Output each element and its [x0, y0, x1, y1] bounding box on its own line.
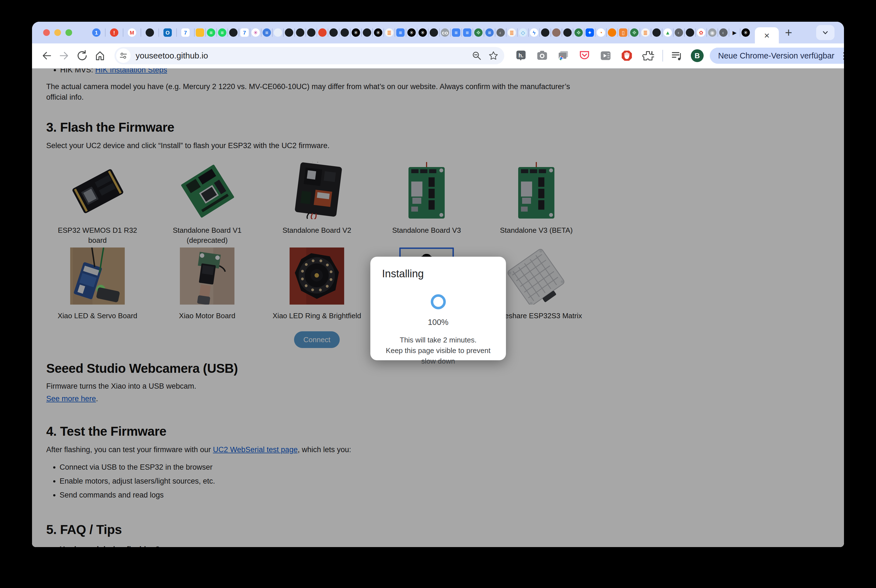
- video-speed-extension-button[interactable]: [599, 49, 612, 62]
- back-button[interactable]: [39, 48, 54, 63]
- close-tab-icon[interactable]: ×: [764, 31, 770, 40]
- bookmark-button[interactable]: [488, 50, 499, 61]
- favicon-stackoverflow-icon[interactable]: ≣: [641, 28, 650, 37]
- favicon-chrome-gray-icon[interactable]: ◉: [708, 28, 717, 37]
- favicon-docs-icon[interactable]: ≡: [452, 28, 460, 37]
- pocket-extension-button[interactable]: [578, 49, 591, 62]
- favicon-keep-icon[interactable]: [196, 28, 204, 37]
- favicon-spotify-icon[interactable]: ≡: [207, 28, 215, 37]
- favicon-openai-icon[interactable]: ✳: [374, 28, 382, 37]
- tab-favicons: 1!MO7≡≡7✳≡✳✳≣≡✳✳co≡≡❖≡◐≣◇ϟ❖✦◔▯❖≣▲◐✿◉◐▶✳: [88, 28, 751, 37]
- favicon-play-icon[interactable]: ▶: [730, 28, 739, 37]
- favicon-github-icon[interactable]: [363, 28, 371, 37]
- favicon-orange-ring-icon[interactable]: [608, 28, 616, 37]
- dialog-line1: This will take 2 minutes.: [382, 334, 494, 345]
- favicon-github-icon[interactable]: [563, 28, 572, 37]
- favicon-lightning-icon[interactable]: ϟ: [530, 28, 538, 37]
- close-window-button[interactable]: [43, 29, 50, 36]
- new-tab-button[interactable]: +: [779, 24, 798, 40]
- favicon-github-icon[interactable]: [686, 28, 694, 37]
- favicon-github-icon[interactable]: [340, 28, 349, 37]
- favicon-confetti-icon[interactable]: ✳: [252, 28, 260, 37]
- favicon-openai-icon[interactable]: ✳: [407, 28, 416, 37]
- browser-menu-icon[interactable]: ⋮: [839, 51, 844, 60]
- favicon-openai-icon[interactable]: ✳: [418, 28, 427, 37]
- favicon-spotify-icon[interactable]: ≡: [218, 28, 226, 37]
- favicon-beaker-icon[interactable]: ◇: [519, 28, 527, 37]
- minimize-window-button[interactable]: [54, 29, 61, 36]
- favicon-stackoverflow-icon[interactable]: ≣: [508, 28, 516, 37]
- tab-separator: [372, 28, 373, 37]
- url-text[interactable]: youseetoo.github.io: [136, 51, 465, 60]
- media-controls-button[interactable]: [670, 49, 684, 62]
- back-icon: [40, 50, 52, 62]
- favicon-profile-photo-icon[interactable]: [552, 28, 561, 37]
- progress-percent: 100%: [382, 318, 494, 327]
- reload-button[interactable]: [75, 48, 89, 63]
- tab-separator: [539, 28, 540, 37]
- favicon-gitlab-icon[interactable]: [318, 28, 327, 37]
- favicon-gmail-icon[interactable]: M: [128, 28, 136, 37]
- favicon-globe-icon[interactable]: ◐: [675, 28, 683, 37]
- favicon-co-icon[interactable]: co: [441, 28, 449, 37]
- address-bar[interactable]: youseetoo.github.io: [114, 47, 504, 64]
- tab-separator: [517, 28, 518, 37]
- favicon-openai-icon[interactable]: ✳: [352, 28, 360, 37]
- favicon-calendar-icon[interactable]: 7: [240, 28, 249, 37]
- tab-search-button[interactable]: [816, 25, 834, 40]
- favicon-tasks-blue-icon[interactable]: ≡: [262, 28, 271, 37]
- site-settings-button[interactable]: [116, 48, 130, 63]
- favicon-dropbox-icon[interactable]: ✦: [586, 28, 594, 37]
- active-tab[interactable]: ×: [755, 27, 779, 44]
- favicon-pie-icon[interactable]: ◔: [597, 28, 605, 37]
- tab-separator: [550, 28, 551, 37]
- adblock-extension-button[interactable]: [620, 49, 633, 62]
- installing-dialog: Installing 100% This will take 2 minutes…: [370, 257, 506, 360]
- favicon-book-orange-icon[interactable]: ▯: [619, 28, 627, 37]
- favicon-openai-icon[interactable]: ✳: [741, 28, 750, 37]
- favicon-github-icon[interactable]: [430, 28, 438, 37]
- fullscreen-window-button[interactable]: [65, 29, 72, 36]
- hypothesis-extension-button[interactable]: h.: [514, 49, 528, 62]
- image-capture-extension-button[interactable]: [556, 49, 570, 62]
- svg-text:h.: h.: [519, 52, 524, 58]
- extensions-menu-button[interactable]: [641, 49, 655, 62]
- favicon-globe-icon[interactable]: ◐: [496, 28, 505, 37]
- favicon-docs-icon[interactable]: ≡: [396, 28, 405, 37]
- favicon-stackoverflow-icon[interactable]: ≣: [385, 28, 393, 37]
- favicon-badge-light-icon[interactable]: [274, 28, 282, 37]
- chrome-update-button[interactable]: Neue Chrome-Version verfügbar ⋮: [710, 48, 844, 64]
- favicon-notification-1-icon[interactable]: 1: [92, 28, 100, 37]
- forward-button[interactable]: [57, 48, 72, 63]
- favicon-github-icon[interactable]: [296, 28, 304, 37]
- favicon-grid-green-icon[interactable]: ❖: [630, 28, 639, 37]
- favicon-outlook-icon[interactable]: O: [164, 28, 172, 37]
- favicon-github-icon[interactable]: [652, 28, 661, 37]
- favicon-tasks-blue-icon[interactable]: ≡: [485, 28, 494, 37]
- favicon-photos-icon[interactable]: ✿: [697, 28, 705, 37]
- favicon-github-icon[interactable]: [285, 28, 293, 37]
- screenshot-extension-button[interactable]: [536, 49, 549, 62]
- tab-separator: [158, 28, 159, 37]
- tab-separator: [261, 28, 261, 37]
- favicon-github-icon[interactable]: [307, 28, 315, 37]
- favicon-globe-icon[interactable]: ◐: [719, 28, 728, 37]
- favicon-github-icon[interactable]: [229, 28, 237, 37]
- favicon-grid-green-icon[interactable]: ❖: [574, 28, 583, 37]
- zoom-out-button[interactable]: [471, 50, 482, 61]
- tab-separator: [350, 28, 351, 37]
- tab-separator: [176, 28, 177, 37]
- favicon-calendar-icon[interactable]: 7: [181, 28, 190, 37]
- favicon-drive-icon[interactable]: ▲: [663, 28, 672, 37]
- favicon-alert-icon[interactable]: !: [110, 28, 118, 37]
- chevron-down-icon: [820, 28, 830, 37]
- favicon-github-icon[interactable]: [329, 28, 338, 37]
- favicon-github-icon[interactable]: [541, 28, 549, 37]
- home-button[interactable]: [93, 48, 107, 63]
- favicon-github-icon[interactable]: [146, 28, 154, 37]
- favicon-grid-green-icon[interactable]: ❖: [474, 28, 483, 37]
- tab-separator: [461, 28, 462, 37]
- tab-separator: [205, 28, 206, 37]
- profile-avatar[interactable]: B: [691, 49, 704, 62]
- favicon-docs-icon[interactable]: ≡: [463, 28, 471, 37]
